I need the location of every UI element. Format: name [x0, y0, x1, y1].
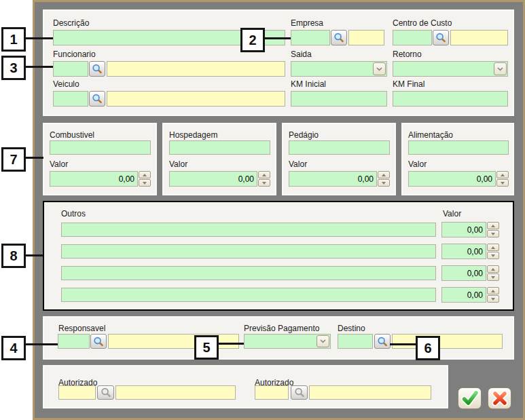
empresa-name-input[interactable] — [348, 30, 384, 45]
km-inicial-input[interactable] — [291, 91, 387, 107]
autorizado-2-name-input[interactable] — [309, 385, 431, 400]
spinner-down-button[interactable] — [487, 295, 499, 303]
destino-code-input[interactable] — [338, 334, 373, 349]
callout-box-6: 6 — [416, 336, 440, 360]
pedagio-description-input[interactable] — [289, 140, 390, 155]
spinner-down-button[interactable] — [258, 179, 270, 187]
outros-row-1-valor-input[interactable] — [441, 222, 486, 237]
saida-select[interactable] — [291, 61, 387, 77]
centro-custo-code-input[interactable] — [393, 30, 432, 45]
pedagio-valor-spinner — [378, 171, 390, 187]
km-final-input[interactable] — [393, 91, 508, 107]
search-disabled-icon — [294, 387, 305, 398]
destino-label: Destino — [338, 324, 365, 333]
empresa-search-button[interactable] — [331, 30, 347, 45]
cancel-button[interactable] — [488, 387, 511, 409]
spinner-up-button[interactable] — [378, 171, 390, 178]
spinner-down-button[interactable] — [378, 179, 390, 187]
veiculo-code-input[interactable] — [53, 91, 88, 107]
spinner-down-button[interactable] — [487, 273, 499, 281]
outros-row-4-valor-input[interactable] — [441, 287, 486, 303]
confirm-button[interactable] — [458, 387, 482, 409]
travel-expense-form: Descrição Empresa Centro de Custo Funcio… — [0, 0, 525, 420]
veiculo-name-input[interactable] — [107, 91, 285, 107]
combustivel-valor-input[interactable] — [50, 171, 138, 187]
autorizado-1-name-input[interactable] — [115, 385, 236, 400]
autorizado-2-search-button[interactable] — [291, 385, 308, 400]
saida-label: Saida — [291, 50, 312, 59]
veiculo-search-button[interactable] — [89, 91, 105, 107]
outros-row-1-description-input[interactable] — [61, 223, 436, 237]
outros-row-3-valor-input[interactable] — [441, 265, 486, 281]
funcionario-name-input[interactable] — [107, 61, 285, 77]
callout-line-1 — [25, 37, 53, 39]
combustivel-valor-spinner — [139, 171, 151, 187]
alimentacao-description-input[interactable] — [408, 140, 509, 155]
outros-row-4-description-input[interactable] — [61, 288, 436, 302]
responsavel-search-button[interactable] — [90, 334, 107, 349]
destino-search-button[interactable] — [374, 334, 391, 349]
outros-row-4-valor-field — [441, 287, 499, 303]
spinner-up-button[interactable] — [487, 222, 499, 229]
callout-box-7: 7 — [1, 147, 26, 172]
centro-custo-label: Centro de Custo — [393, 18, 452, 28]
callout-line-6 — [390, 343, 416, 345]
outros-row-2-description-input[interactable] — [61, 244, 436, 259]
outros-row-3-description-input[interactable] — [61, 266, 436, 280]
triangle-up-icon — [491, 268, 495, 271]
empresa-code-input[interactable] — [291, 30, 330, 45]
callout-line-3 — [25, 66, 53, 68]
hospedagem-label: Hospedagem — [169, 130, 217, 140]
funcionario-label: Funcionario — [53, 50, 96, 59]
authorization-panel: Autorizado Autorizado — [43, 365, 448, 408]
callout-line-8 — [25, 254, 43, 256]
callout-box-3: 3 — [1, 56, 26, 80]
spinner-down-button[interactable] — [487, 230, 499, 237]
autorizado-1-code-input[interactable] — [58, 385, 96, 400]
search-icon — [92, 64, 103, 74]
outros-row-2-valor-input[interactable] — [441, 244, 486, 259]
funcionario-code-input[interactable] — [53, 61, 88, 77]
destino-name-input[interactable] — [392, 334, 503, 349]
spinner-up-button[interactable] — [258, 171, 270, 178]
empresa-label: Empresa — [291, 18, 323, 28]
saida-dropdown-button[interactable] — [373, 62, 386, 75]
retorno-dropdown-button[interactable] — [494, 62, 507, 75]
centro-custo-name-input[interactable] — [450, 30, 508, 45]
spinner-up-button[interactable] — [496, 171, 509, 178]
spinner-down-button[interactable] — [139, 179, 151, 187]
chevron-down-icon — [376, 67, 382, 71]
autorizado-1-search-button[interactable] — [97, 385, 114, 400]
spinner-up-button[interactable] — [487, 265, 499, 273]
spinner-up-button[interactable] — [487, 244, 499, 251]
responsavel-name-input[interactable] — [108, 334, 239, 349]
spinner-down-button[interactable] — [496, 179, 509, 187]
pedagio-valor-label: Valor — [289, 159, 307, 169]
pedagio-valor-input[interactable] — [289, 171, 377, 187]
centro-custo-search-button[interactable] — [433, 30, 449, 45]
alimentacao-valor-input[interactable] — [408, 171, 496, 187]
outros-row-2-valor-field — [441, 244, 499, 259]
autorizado-2-code-input[interactable] — [255, 385, 289, 400]
combustivel-description-input[interactable] — [50, 140, 151, 155]
spinner-up-button[interactable] — [139, 171, 151, 178]
search-icon — [93, 337, 104, 347]
combustivel-label: Combustivel — [50, 130, 94, 140]
hospedagem-valor-input[interactable] — [169, 171, 257, 187]
responsavel-code-input[interactable] — [58, 334, 90, 349]
funcionario-search-button[interactable] — [89, 61, 105, 77]
callout-box-5: 5 — [194, 335, 219, 360]
search-icon — [377, 337, 388, 347]
outros-row-2-spinner — [487, 244, 499, 259]
hospedagem-description-input[interactable] — [169, 140, 270, 155]
alimentacao-valor-spinner — [496, 171, 509, 187]
spinner-down-button[interactable] — [487, 252, 499, 259]
triangle-up-icon — [382, 174, 386, 176]
previsao-pagamento-dropdown-button[interactable] — [316, 335, 329, 347]
retorno-label: Retorno — [393, 50, 422, 59]
retorno-select[interactable] — [393, 61, 508, 77]
triangle-up-icon — [491, 290, 495, 292]
spinner-up-button[interactable] — [487, 287, 499, 294]
previsao-pagamento-select[interactable] — [244, 334, 331, 349]
outros-row-3-spinner — [487, 265, 499, 281]
